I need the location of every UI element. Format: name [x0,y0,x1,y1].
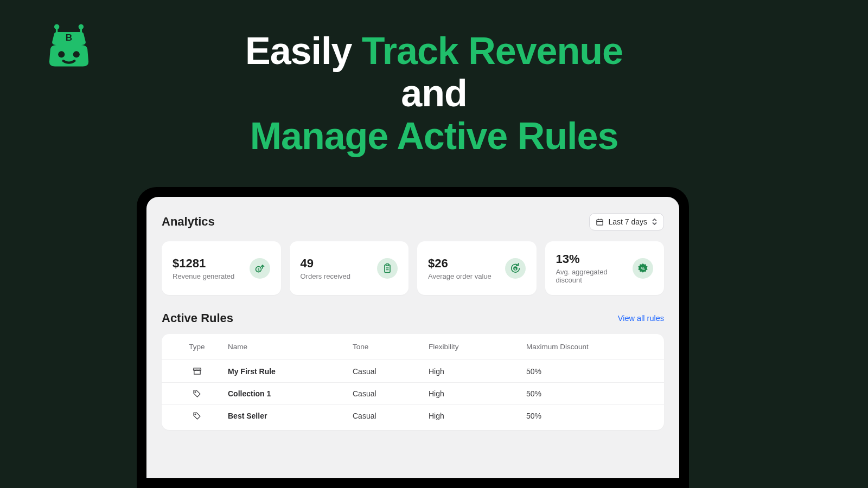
stat-value: 13% [556,252,633,266]
stat-card-discount: 13% Avg. aggregated discount % [545,241,665,295]
money-trend-icon: $ [250,258,270,279]
headline-part-4: Manage Active Rules [0,115,868,157]
rule-flexibility: High [429,389,526,398]
stat-label: Revenue generated [173,272,234,280]
svg-text:B: B [66,32,72,43]
stat-label: Average order value [428,272,492,280]
col-tone: Tone [353,343,429,351]
hero-headline: Easily Track Revenue and Manage Active R… [0,0,868,157]
svg-point-5 [58,51,65,57]
view-all-rules-link[interactable]: View all rules [618,314,664,323]
col-flexibility: Flexibility [429,343,526,351]
svg-point-22 [195,414,196,415]
svg-point-21 [195,391,196,393]
col-name: Name [228,343,353,351]
rule-name: Best Seller [228,412,353,420]
stat-value: $1281 [173,256,234,271]
svg-text:%: % [641,266,645,271]
stat-label: Orders received [301,272,350,280]
stats-row: $1281 Revenue generated $ 49 Orders rece… [162,241,664,295]
clipboard-icon [377,258,398,279]
rule-max-discount: 50% [526,389,647,398]
refresh-dollar-icon: $ [505,258,526,279]
svg-point-6 [73,51,80,57]
col-max-discount: Maximum Discount [526,343,647,351]
stat-card-orders: 49 Orders received [290,241,409,295]
rule-name: Collection 1 [228,389,353,398]
analytics-title: Analytics [162,215,215,229]
col-type: Type [179,343,228,351]
stat-value: $26 [428,256,492,271]
rule-max-discount: 50% [526,412,647,420]
table-row[interactable]: Collection 1 Casual High 50% [162,382,664,404]
headline-part-1: Easily [245,30,362,72]
headline-part-2: Track Revenue [362,30,623,72]
sort-icon [652,218,658,226]
tag-icon [179,412,228,420]
rules-title: Active Rules [162,311,233,325]
date-range-picker[interactable]: Last 7 days [589,213,664,230]
rules-table: Type Name Tone Flexibility Maximum Disco… [162,334,664,430]
store-icon [179,367,228,376]
stat-label: Avg. aggregated discount [556,268,633,284]
rule-max-discount: 50% [526,367,647,376]
table-row[interactable]: Best Seller Casual High 50% [162,404,664,427]
table-row[interactable]: My First Rule Casual High 50% [162,359,664,382]
stat-card-aov: $26 Average order value $ [417,241,537,295]
logo: B [46,22,92,70]
svg-rect-7 [597,220,603,225]
rule-flexibility: High [429,412,526,420]
tablet-frame: Analytics Last 7 days $1281 [137,187,689,488]
rule-tone: Casual [353,389,429,398]
table-header: Type Name Tone Flexibility Maximum Disco… [162,334,664,359]
stat-value: 49 [301,256,350,271]
headline-part-3: and [0,72,868,114]
tag-icon [179,389,228,398]
svg-rect-15 [386,264,389,265]
stat-card-revenue: $1281 Revenue generated $ [162,241,281,295]
svg-text:$: $ [257,267,259,272]
rule-tone: Casual [353,367,429,376]
calendar-icon [596,218,604,226]
date-range-label: Last 7 days [608,217,647,226]
rule-tone: Casual [353,412,429,420]
discount-badge-icon: % [633,258,653,279]
app-screen: Analytics Last 7 days $1281 [146,197,679,478]
rule-flexibility: High [429,367,526,376]
rule-name: My First Rule [228,367,353,376]
